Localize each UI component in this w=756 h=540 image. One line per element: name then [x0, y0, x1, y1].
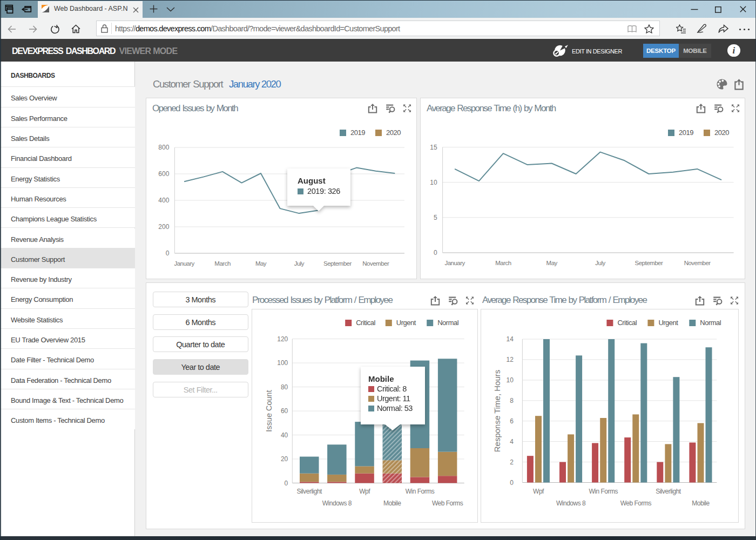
svg-text:Normal: Normal — [437, 319, 459, 327]
svg-text:15: 15 — [430, 144, 437, 151]
svg-text:Normal: Normal — [700, 319, 721, 327]
svg-text:Mobile: Mobile — [692, 500, 710, 507]
svg-text:September: September — [323, 260, 352, 267]
svg-text:Win Forms: Win Forms — [406, 488, 435, 495]
svg-text:March: March — [495, 260, 511, 266]
svg-text:Silverlight: Silverlight — [656, 488, 681, 495]
svg-text:14: 14 — [507, 335, 514, 343]
svg-text:600: 600 — [158, 170, 169, 178]
svg-text:200: 200 — [158, 223, 169, 231]
svg-text:Critical: Critical — [356, 319, 375, 327]
svg-text:Issue Count: Issue Count — [265, 390, 273, 431]
svg-text:0: 0 — [166, 249, 170, 257]
svg-text:Mobile: Mobile — [383, 500, 401, 507]
svg-text:2: 2 — [510, 458, 514, 466]
svg-text:Urgent: Urgent — [658, 319, 678, 327]
svg-text:20: 20 — [281, 455, 288, 463]
svg-text:July: July — [595, 260, 605, 266]
svg-text:Critical: Critical — [617, 319, 637, 327]
svg-text:10: 10 — [507, 376, 514, 384]
svg-text:0: 0 — [434, 249, 437, 256]
svg-text:10: 10 — [430, 179, 437, 186]
svg-text:100: 100 — [277, 359, 288, 367]
svg-text:2020: 2020 — [386, 129, 401, 137]
svg-text:January: January — [174, 260, 194, 267]
svg-text:80: 80 — [281, 383, 288, 391]
svg-text:Windows 8: Windows 8 — [322, 500, 352, 507]
svg-text:120: 120 — [277, 335, 288, 343]
svg-text:12: 12 — [507, 356, 514, 363]
svg-text:60: 60 — [281, 407, 288, 415]
svg-text:4: 4 — [510, 438, 514, 446]
svg-text:40: 40 — [281, 431, 288, 439]
svg-text:400: 400 — [158, 197, 169, 204]
svg-text:2019: 2019 — [679, 129, 693, 137]
svg-text:8: 8 — [510, 397, 514, 404]
svg-text:Silverlight: Silverlight — [296, 488, 322, 495]
svg-text:March: March — [214, 260, 231, 267]
svg-text:July: July — [294, 260, 305, 267]
svg-text:November: November — [684, 260, 711, 266]
svg-text:Wpf: Wpf — [533, 488, 544, 495]
svg-text:Wpf: Wpf — [359, 488, 370, 495]
svg-text:May: May — [546, 260, 558, 266]
svg-text:Response Time, Hours: Response Time, Hours — [492, 370, 502, 453]
svg-text:Urgent: Urgent — [396, 319, 416, 327]
svg-text:Windows 8: Windows 8 — [556, 500, 586, 507]
svg-text:Web Forms: Web Forms — [432, 500, 463, 507]
svg-text:0: 0 — [285, 480, 288, 487]
svg-text:January: January — [444, 260, 465, 266]
svg-text:May: May — [255, 260, 267, 267]
svg-text:800: 800 — [158, 144, 169, 151]
svg-text:Web Forms: Web Forms — [620, 500, 652, 507]
svg-text:2019: 2019 — [350, 129, 365, 137]
svg-text:0: 0 — [510, 479, 514, 487]
svg-text:6: 6 — [510, 417, 514, 425]
svg-text:Win Forms: Win Forms — [589, 488, 618, 495]
svg-text:November: November — [362, 260, 389, 267]
svg-text:5: 5 — [434, 214, 437, 221]
svg-text:2020: 2020 — [714, 129, 729, 137]
svg-text:September: September — [635, 260, 663, 266]
